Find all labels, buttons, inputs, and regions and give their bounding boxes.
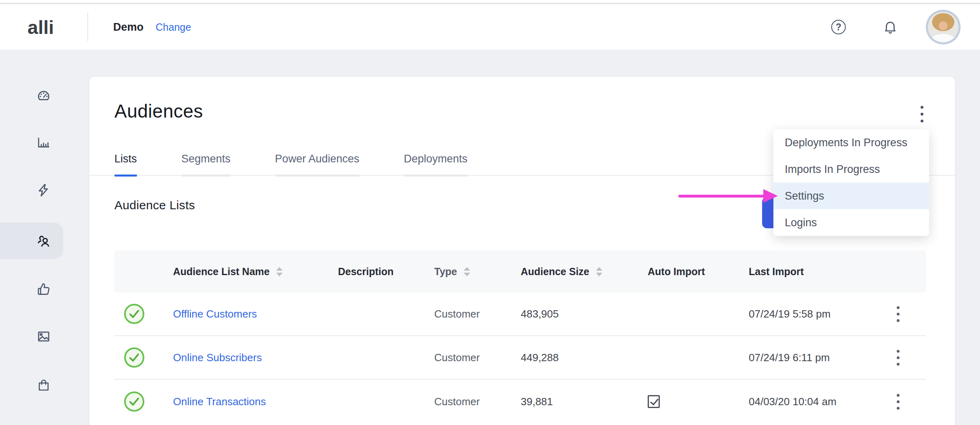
bag-icon bbox=[36, 377, 52, 393]
table-header-row: Audience List Name Description Type Audi… bbox=[114, 250, 926, 292]
type-cell: Customer bbox=[434, 292, 480, 335]
gauge-icon bbox=[36, 87, 52, 103]
menu-item-settings[interactable]: Settings bbox=[773, 183, 929, 209]
tab-deployments[interactable]: Deployments bbox=[404, 153, 468, 176]
sort-up-icon bbox=[596, 267, 602, 271]
sidebar-nav bbox=[0, 50, 81, 425]
image-icon bbox=[36, 328, 52, 345]
help-icon: ? bbox=[831, 20, 846, 34]
audience-list-link[interactable]: Offline Customers bbox=[173, 308, 257, 320]
table-row: Offline Customers Customer 483,905 07/24… bbox=[114, 292, 926, 336]
sidebar-item-engagement[interactable] bbox=[35, 280, 52, 297]
kebab-dot bbox=[897, 306, 900, 309]
row-actions-menu-button[interactable] bbox=[894, 304, 902, 324]
page-actions-dropdown: Deployments In Progress Imports In Progr… bbox=[773, 129, 929, 236]
table-row: Online Subscribers Customer 449,288 07/2… bbox=[114, 336, 926, 380]
type-cell: Customer bbox=[434, 380, 480, 423]
kebab-dot bbox=[897, 319, 900, 322]
tab-lists[interactable]: Lists bbox=[114, 153, 137, 176]
kebab-dot bbox=[897, 407, 900, 410]
sidebar-item-commerce[interactable] bbox=[35, 377, 52, 393]
kebab-dot bbox=[921, 106, 923, 109]
alli-logo: alli bbox=[27, 16, 87, 38]
account-name: Demo bbox=[113, 21, 144, 34]
type-cell: Customer bbox=[434, 336, 480, 379]
sort-down-icon bbox=[276, 273, 283, 276]
avatar-photo bbox=[928, 12, 959, 42]
users-icon bbox=[36, 232, 52, 248]
sidebar-selected-highlight bbox=[0, 223, 63, 259]
kebab-dot bbox=[921, 113, 923, 116]
bell-icon bbox=[883, 19, 898, 35]
kebab-dot bbox=[897, 356, 900, 359]
header-divider bbox=[87, 13, 88, 41]
sort-arrows-icon[interactable] bbox=[464, 267, 470, 276]
window-top-strip bbox=[0, 0, 980, 4]
change-account-link[interactable]: Change bbox=[156, 21, 191, 33]
column-header-type[interactable]: Type bbox=[434, 250, 470, 292]
last-import-cell: 07/24/19 6:11 pm bbox=[749, 336, 830, 379]
row-actions-menu-button[interactable] bbox=[894, 347, 902, 368]
sidebar-item-reports[interactable] bbox=[35, 134, 52, 151]
table-row: Online Transactions Customer 39,881 04/0… bbox=[114, 380, 926, 423]
auto-import-checkbox[interactable] bbox=[648, 395, 660, 408]
kebab-dot bbox=[897, 350, 900, 353]
column-header-audience-size[interactable]: Audience Size bbox=[521, 250, 602, 292]
column-header-last-import: Last Import bbox=[749, 250, 804, 292]
status-success-icon bbox=[123, 380, 145, 423]
column-header-auto-import: Auto Import bbox=[648, 250, 705, 292]
kebab-dot bbox=[921, 120, 923, 122]
audience-list-link[interactable]: Online Subscribers bbox=[173, 351, 262, 364]
kebab-dot bbox=[897, 400, 900, 403]
audience-lists-table: Audience List Name Description Type Audi… bbox=[114, 250, 926, 423]
page-title: Audiences bbox=[114, 100, 203, 122]
user-avatar[interactable] bbox=[926, 10, 961, 44]
sort-arrows-icon[interactable] bbox=[276, 267, 283, 276]
page-actions-menu-button[interactable] bbox=[918, 103, 926, 125]
audience-size-cell: 483,905 bbox=[521, 292, 559, 335]
audience-size-cell: 39,881 bbox=[521, 380, 553, 423]
auto-import-cell bbox=[648, 380, 660, 423]
row-actions-menu-button[interactable] bbox=[894, 391, 902, 412]
sort-arrows-icon[interactable] bbox=[596, 267, 602, 276]
last-import-cell: 07/24/19 5:58 pm bbox=[749, 292, 830, 335]
top-nav-bar: alli Demo Change ? bbox=[0, 4, 980, 50]
kebab-dot bbox=[897, 363, 900, 366]
status-success-icon bbox=[123, 336, 145, 379]
audience-size-cell: 449,288 bbox=[521, 336, 559, 379]
bar-chart-icon bbox=[36, 134, 52, 150]
sidebar-item-dashboard[interactable] bbox=[35, 87, 52, 104]
audience-list-link[interactable]: Online Transactions bbox=[173, 396, 266, 408]
sidebar-item-creative[interactable] bbox=[35, 328, 52, 345]
card-header: Audiences bbox=[114, 100, 926, 128]
menu-item-logins[interactable]: Logins bbox=[773, 209, 929, 236]
app-screen: alli Demo Change ? bbox=[0, 0, 980, 425]
sort-up-icon bbox=[464, 267, 470, 271]
sidebar-item-activations[interactable] bbox=[35, 182, 52, 199]
last-import-cell: 04/03/20 10:04 am bbox=[749, 380, 836, 423]
help-button[interactable]: ? bbox=[830, 19, 847, 35]
header-actions: ? bbox=[830, 10, 961, 44]
notifications-button[interactable] bbox=[882, 19, 898, 35]
kebab-dot bbox=[897, 394, 900, 397]
tab-segments[interactable]: Segments bbox=[182, 153, 231, 176]
menu-item-deployments-in-progress[interactable]: Deployments In Progress bbox=[773, 129, 929, 156]
kebab-dot bbox=[897, 313, 900, 316]
column-header-description: Description bbox=[338, 250, 394, 292]
sort-down-icon bbox=[464, 273, 470, 276]
column-header-audience-list-name[interactable]: Audience List Name bbox=[173, 250, 283, 292]
status-success-icon bbox=[123, 292, 145, 335]
thumbs-up-icon bbox=[36, 281, 52, 297]
lightning-icon bbox=[36, 182, 52, 198]
sort-up-icon bbox=[276, 267, 283, 271]
tab-power-audiences[interactable]: Power Audiences bbox=[275, 153, 359, 176]
sidebar-item-audiences[interactable] bbox=[35, 232, 52, 249]
sort-down-icon bbox=[596, 273, 602, 276]
menu-item-imports-in-progress[interactable]: Imports In Progress bbox=[773, 156, 929, 183]
